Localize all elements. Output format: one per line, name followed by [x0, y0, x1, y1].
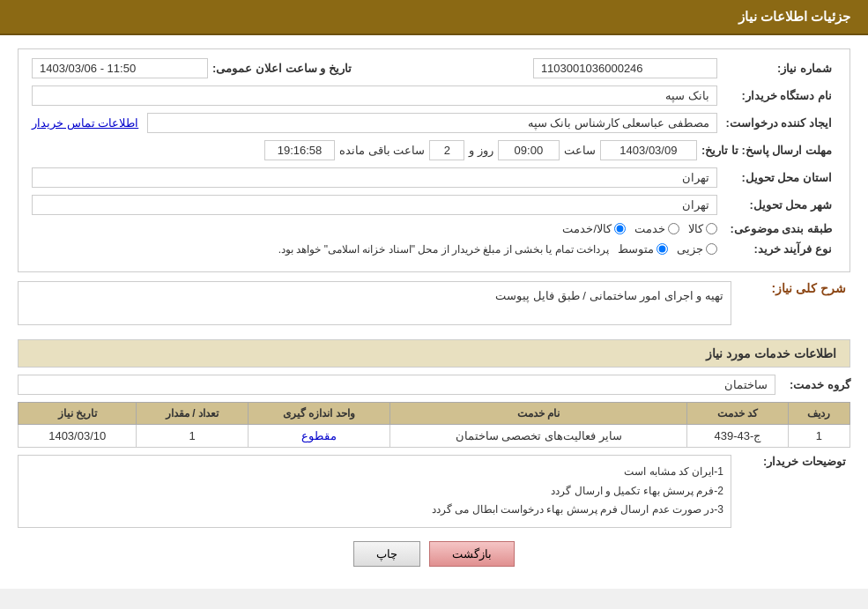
- need-number-row: شماره نیاز: 1103001036000246 تاریخ و ساع…: [32, 58, 836, 78]
- deadline-label: مهلت ارسال پاسخ: تا تاریخ:: [701, 144, 836, 157]
- cell-unit: مقطوع: [248, 425, 390, 448]
- buyer-note-line: 1-ایران کد مشابه است: [26, 463, 723, 482]
- service-group-label: گروه خدمت:: [780, 378, 850, 391]
- category-kala-khadamat-label: کالا/خدمت: [562, 222, 612, 235]
- category-options: کالا خدمت کالا/خدمت: [32, 222, 717, 235]
- table-row: 1 ج-43-439 سایر فعالیت‌های تخصصی ساختمان…: [19, 425, 850, 448]
- category-khadamat-label: خدمت: [634, 222, 665, 235]
- date-range-label: تاریخ و ساعت اعلان عمومی:: [212, 62, 356, 75]
- buyer-org-label: نام دستگاه خریدار:: [722, 89, 836, 102]
- page-header: جزئیات اطلاعات نیاز: [0, 0, 868, 35]
- province-row: استان محل تحویل: تهران: [32, 167, 836, 188]
- services-section-title: اطلاعات خدمات مورد نیاز: [18, 339, 850, 368]
- creator-contact-link[interactable]: اطلاعات تماس خریدار: [32, 116, 138, 130]
- process-jozi: جزیی: [677, 242, 717, 256]
- category-khadamat: خدمت: [634, 222, 679, 235]
- deadline-remaining-label: ساعت باقی مانده: [339, 144, 425, 157]
- buyer-note-line: 3-در صورت عدم ارسال فرم پرسش بهاء درخواس…: [26, 501, 723, 520]
- city-value: تهران: [32, 195, 717, 215]
- category-kala: کالا: [688, 222, 717, 235]
- cell-row-num: 1: [788, 425, 849, 448]
- service-group-value: ساختمان: [18, 375, 775, 395]
- process-motavasset-label: متوسط: [618, 242, 654, 256]
- process-motavasset: متوسط: [618, 242, 668, 256]
- deadline-remaining: 19:16:58: [264, 140, 335, 160]
- process-row: نوع فرآیند خرید: جزیی متوسط پرداخت تمام …: [32, 242, 836, 256]
- buyer-note-line: 2-فرم پرسش بهاء تکمیل و ارسال گردد: [26, 482, 723, 501]
- main-form-section: شماره نیاز: 1103001036000246 تاریخ و ساع…: [18, 48, 850, 272]
- page-title: جزئیات اطلاعات نیاز: [738, 9, 850, 24]
- description-row: شرح کلی نیاز: تهیه و اجرای امور ساختمانی…: [18, 281, 850, 332]
- category-kala-radio[interactable]: [706, 223, 717, 234]
- deadline-date: 1403/03/09: [600, 140, 697, 160]
- back-button[interactable]: بازگشت: [429, 541, 515, 567]
- service-group-row: گروه خدمت: ساختمان: [18, 375, 850, 395]
- description-label: شرح کلی نیاز:: [736, 281, 850, 295]
- creator-value: مصطفی عباسعلی کارشناس بانک سپه: [147, 113, 717, 133]
- buyer-notes-content: 1-ایران کد مشابه است2-فرم پرسش بهاء تکمی…: [18, 455, 731, 528]
- buyer-notes-row: توضیحات خریدار: 1-ایران کد مشابه است2-فر…: [18, 455, 850, 528]
- col-unit: واحد اندازه گیری: [248, 403, 390, 425]
- buyer-org-row: نام دستگاه خریدار: بانک سپه: [32, 85, 836, 106]
- category-label: طبقه بندی موضوعی:: [722, 222, 836, 235]
- services-table: ردیف کد خدمت نام خدمت واحد اندازه گیری ت…: [18, 402, 850, 448]
- content-area: شماره نیاز: 1103001036000246 تاریخ و ساع…: [0, 35, 868, 589]
- cell-date: 1403/03/10: [19, 425, 137, 448]
- need-number-value: 1103001036000246: [533, 58, 717, 78]
- process-jozi-label: جزیی: [677, 242, 703, 256]
- creator-label: ایجاد کننده درخواست:: [722, 116, 836, 130]
- buyer-org-value: بانک سپه: [32, 85, 717, 106]
- deadline-days: 2: [429, 140, 464, 160]
- date-range-value: 1403/03/06 - 11:50: [32, 58, 208, 78]
- creator-row: ایجاد کننده درخواست: مصطفی عباسعلی کارشن…: [32, 113, 836, 133]
- cell-quantity: 1: [137, 425, 248, 448]
- deadline-time-label: ساعت: [564, 144, 596, 157]
- process-jozi-radio[interactable]: [706, 243, 717, 255]
- col-service-name: نام خدمت: [390, 403, 687, 425]
- need-number-label: شماره نیاز:: [722, 62, 836, 75]
- category-kala-khadamat: کالا/خدمت: [562, 222, 626, 235]
- process-note: پرداخت تمام یا بخشی از مبلغ خریدار از مح…: [278, 243, 609, 256]
- process-label: نوع فرآیند خرید:: [722, 242, 836, 256]
- category-kala-label: کالا: [688, 222, 703, 235]
- col-quantity: تعداد / مقدار: [137, 403, 248, 425]
- deadline-days-label: روز و: [469, 144, 493, 157]
- col-date: تاریخ نیاز: [19, 403, 137, 425]
- province-label: استان محل تحویل:: [722, 171, 836, 184]
- col-row-num: ردیف: [788, 403, 849, 425]
- buyer-notes-label: توضیحات خریدار:: [736, 455, 850, 468]
- deadline-row: مهلت ارسال پاسخ: تا تاریخ: 1403/03/09 سا…: [32, 140, 836, 160]
- process-motavasset-radio[interactable]: [657, 243, 668, 255]
- category-khadamat-radio[interactable]: [668, 223, 679, 234]
- category-kala-khadamat-radio[interactable]: [614, 223, 626, 234]
- table-header-row: ردیف کد خدمت نام خدمت واحد اندازه گیری ت…: [19, 403, 850, 425]
- city-label: شهر محل تحویل:: [722, 198, 836, 212]
- description-value: تهیه و اجرای امور ساختمانی / طبق فایل پی…: [18, 281, 731, 325]
- button-row: بازگشت چاپ: [18, 541, 850, 567]
- col-service-code: کد خدمت: [687, 403, 788, 425]
- province-value: تهران: [32, 167, 717, 188]
- city-row: شهر محل تحویل: تهران: [32, 195, 836, 215]
- print-button[interactable]: چاپ: [353, 541, 420, 567]
- category-row: طبقه بندی موضوعی: کالا خدمت کالا/خدمت: [32, 222, 836, 235]
- deadline-time: 09:00: [498, 140, 560, 160]
- cell-service-code: ج-43-439: [687, 425, 788, 448]
- process-options: جزیی متوسط پرداخت تمام یا بخشی از مبلغ خ…: [32, 242, 717, 256]
- page-wrapper: جزئیات اطلاعات نیاز شماره نیاز: 11030010…: [0, 0, 868, 589]
- cell-service-name: سایر فعالیت‌های تخصصی ساختمان: [390, 425, 687, 448]
